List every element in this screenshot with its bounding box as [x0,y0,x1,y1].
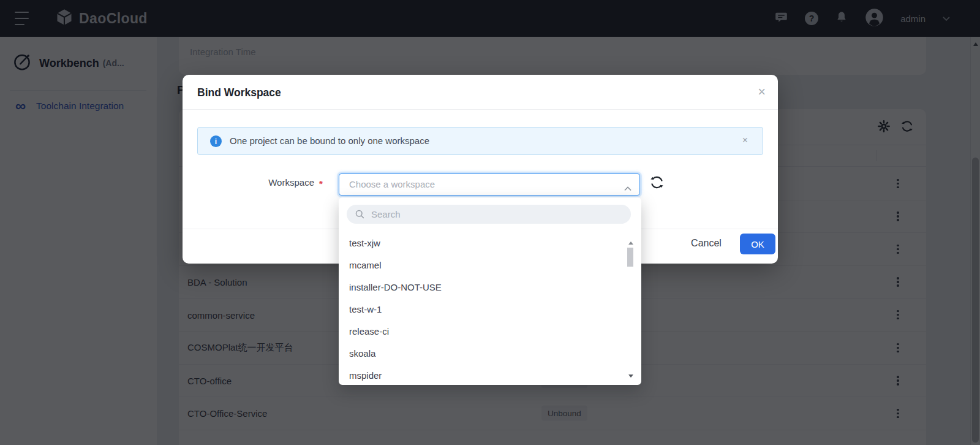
info-alert-close-icon[interactable]: × [742,135,748,146]
workspace-select[interactable]: Choose a workspace [339,173,640,196]
workspace-option[interactable]: skoala [339,342,641,364]
workspace-dropdown-panel: test-xjw mcamel installer-DO-NOT-USE tes… [339,197,641,385]
chevron-up-icon [624,183,631,194]
workspace-select-placeholder: Choose a workspace [349,179,435,189]
workspace-field-label: Workspace [183,177,314,188]
cancel-button[interactable]: Cancel [685,238,728,249]
workspace-options-list: test-xjw mcamel installer-DO-NOT-USE tes… [339,232,641,385]
workspace-option[interactable]: release-ci [339,320,641,342]
workspace-option[interactable]: test-w-1 [339,298,641,320]
ok-button[interactable]: OK [740,234,775,254]
workspace-option[interactable]: mspider [339,364,641,385]
required-asterisk: * [319,178,323,189]
app-root: DaoCloud ? admin Workbench (Ad. [0,0,980,445]
modal-title: Bind Workspace [197,86,281,99]
dropdown-scrollbar-thumb[interactable] [627,248,633,267]
info-icon: i [210,135,222,147]
modal-close-icon[interactable]: × [758,84,766,100]
dropdown-scrollbar-up-icon[interactable] [628,242,633,245]
info-alert: i One project can be bound to only one w… [197,127,763,155]
workspace-option[interactable]: test-xjw [339,232,641,254]
workspace-refresh-icon[interactable] [649,175,665,191]
dropdown-scrollbar-down-icon[interactable] [628,375,633,378]
workspace-option[interactable]: installer-DO-NOT-USE [339,276,641,298]
modal-header: Bind Workspace × [183,75,778,110]
info-alert-text: One project can be bound to only one wor… [230,135,429,146]
workspace-option[interactable]: mcamel [339,254,641,276]
search-input[interactable] [371,206,616,222]
dropdown-search [347,205,631,224]
search-icon [355,209,365,219]
